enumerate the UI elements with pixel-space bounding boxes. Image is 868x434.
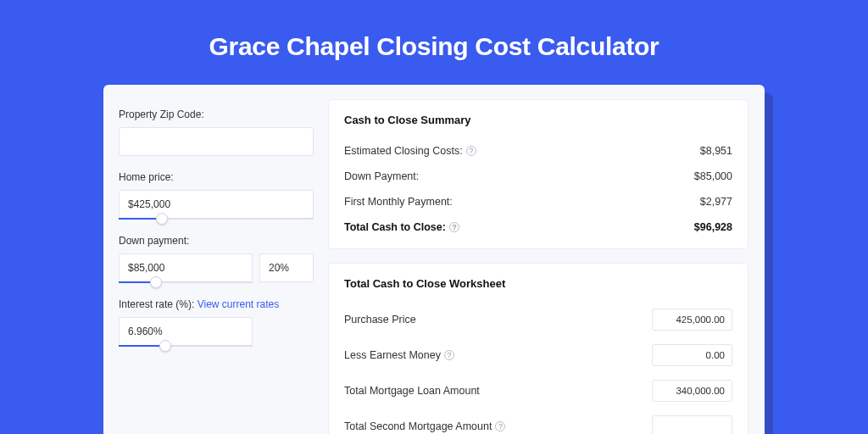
- home-price-label: Home price:: [119, 171, 314, 183]
- results-column: Cash to Close Summary Estimated Closing …: [329, 100, 748, 434]
- home-price-slider[interactable]: [119, 218, 314, 220]
- summary-panel: Cash to Close Summary Estimated Closing …: [329, 100, 748, 248]
- summary-value-closing-costs: $8,951: [700, 145, 732, 157]
- interest-rate-label-text: Interest rate (%):: [119, 298, 198, 310]
- summary-row-down-payment: Down Payment: $85,000: [344, 164, 732, 189]
- worksheet-row-earnest-money: Less Earnest Money ?: [344, 337, 732, 373]
- worksheet-input-mortgage-loan[interactable]: [652, 380, 732, 402]
- interest-rate-slider-fill: [119, 345, 165, 347]
- worksheet-input-earnest-money[interactable]: [652, 344, 732, 366]
- worksheet-row-purchase-price: Purchase Price: [344, 302, 732, 337]
- help-icon[interactable]: ?: [466, 146, 476, 156]
- summary-row-total: Total Cash to Close: ? $96,928: [344, 214, 732, 240]
- zip-input[interactable]: [119, 127, 314, 156]
- worksheet-row-second-mortgage: Total Second Mortgage Amount ?: [344, 409, 732, 434]
- down-payment-slider-thumb[interactable]: [150, 276, 162, 288]
- zip-label: Property Zip Code:: [119, 108, 314, 120]
- down-payment-field: Down payment:: [119, 235, 314, 283]
- down-payment-percent-input[interactable]: [259, 253, 314, 282]
- calculator-card: Property Zip Code: Home price: Down paym…: [103, 85, 765, 434]
- inputs-column: Property Zip Code: Home price: Down paym…: [119, 100, 314, 434]
- help-icon[interactable]: ?: [449, 222, 459, 232]
- worksheet-label: Total Mortgage Loan Amount: [344, 385, 480, 397]
- home-price-field: Home price:: [119, 171, 314, 220]
- worksheet-label: Total Second Mortgage Amount: [344, 420, 492, 432]
- help-icon[interactable]: ?: [495, 421, 505, 431]
- interest-rate-field: Interest rate (%): View current rates: [119, 298, 314, 347]
- summary-value-total: $96,928: [694, 221, 732, 233]
- page-title: Grace Chapel Closing Cost Calculator: [0, 0, 868, 85]
- interest-rate-slider[interactable]: [119, 345, 253, 347]
- home-price-slider-thumb[interactable]: [156, 213, 168, 225]
- help-icon[interactable]: ?: [444, 350, 454, 360]
- view-current-rates-link[interactable]: View current rates: [198, 298, 280, 310]
- worksheet-label: Less Earnest Money: [344, 349, 441, 361]
- worksheet-panel: Total Cash to Close Worksheet Purchase P…: [329, 264, 748, 434]
- worksheet-input-purchase-price[interactable]: [652, 309, 732, 331]
- summary-value-first-payment: $2,977: [700, 196, 732, 208]
- interest-rate-input[interactable]: [119, 317, 253, 346]
- summary-label-total: Total Cash to Close:: [344, 221, 446, 233]
- interest-rate-label: Interest rate (%): View current rates: [119, 298, 314, 310]
- worksheet-label: Purchase Price: [344, 314, 416, 326]
- worksheet-input-second-mortgage[interactable]: [652, 415, 732, 434]
- summary-label-first-payment: First Monthly Payment:: [344, 196, 453, 208]
- home-price-input[interactable]: [119, 190, 314, 219]
- summary-title: Cash to Close Summary: [344, 114, 732, 126]
- zip-field: Property Zip Code:: [119, 108, 314, 156]
- interest-rate-slider-thumb[interactable]: [159, 340, 171, 352]
- worksheet-row-mortgage-loan: Total Mortgage Loan Amount: [344, 373, 732, 409]
- summary-value-down-payment: $85,000: [694, 170, 732, 182]
- down-payment-slider[interactable]: [119, 281, 253, 283]
- down-payment-label: Down payment:: [119, 235, 314, 247]
- summary-row-first-payment: First Monthly Payment: $2,977: [344, 189, 732, 214]
- summary-label-closing-costs: Estimated Closing Costs:: [344, 145, 463, 157]
- down-payment-amount-input[interactable]: [119, 253, 253, 282]
- summary-label-down-payment: Down Payment:: [344, 170, 419, 182]
- summary-row-closing-costs: Estimated Closing Costs: ? $8,951: [344, 138, 732, 164]
- worksheet-title: Total Cash to Close Worksheet: [344, 277, 732, 290]
